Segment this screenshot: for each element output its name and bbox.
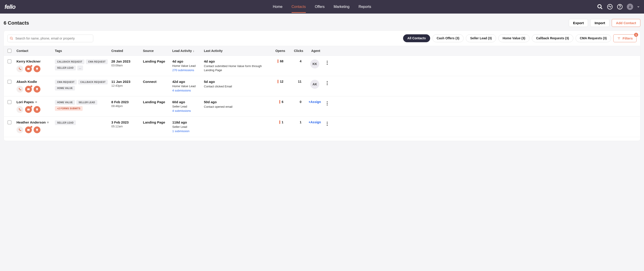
- contact-name[interactable]: Heather Anderson: [16, 120, 53, 124]
- nav-offers[interactable]: Offers: [315, 1, 324, 13]
- col-lead[interactable]: Lead Activity↓: [172, 49, 204, 52]
- lead-link[interactable]: 270 submissions: [172, 68, 202, 72]
- tag-more[interactable]: ...: [77, 66, 83, 70]
- nav-marketing[interactable]: Marketing: [334, 1, 349, 13]
- chip-seller[interactable]: Seller Lead (3): [466, 34, 496, 42]
- svg-point-5: [629, 6, 630, 7]
- col-tags[interactable]: Tags: [55, 49, 111, 52]
- row-checkbox[interactable]: [8, 120, 12, 124]
- pin-icon[interactable]: [34, 86, 40, 92]
- notif-dot: [30, 85, 32, 87]
- col-source[interactable]: Source: [143, 49, 172, 52]
- mail-icon[interactable]: [25, 126, 32, 133]
- lead-type: Home Value Lead: [172, 64, 202, 68]
- created-date: 11 Jan 2023: [111, 80, 141, 84]
- lead-link[interactable]: 4 submissions: [172, 109, 202, 112]
- row-menu-button[interactable]: [324, 80, 331, 86]
- phone-icon[interactable]: [16, 126, 23, 133]
- col-opens[interactable]: Opens: [270, 49, 285, 52]
- table-row: Lori Papes HOME VALUESELLER LEAD+2 FORMS…: [4, 96, 640, 117]
- status-dot: [35, 101, 37, 103]
- contacts-table: Contact Tags Created Source Lead Activit…: [4, 46, 640, 137]
- col-last[interactable]: Last Activity: [204, 49, 270, 52]
- contact-name[interactable]: Kerry Kleckner: [16, 60, 53, 63]
- pin-icon[interactable]: [34, 126, 40, 133]
- import-button[interactable]: Import: [590, 19, 610, 27]
- lead-link[interactable]: 4 submissions: [172, 89, 202, 92]
- col-created[interactable]: Created: [111, 49, 143, 52]
- chip-home[interactable]: Home Value (3): [498, 34, 530, 42]
- created-time: 05:12am: [111, 125, 141, 128]
- tags-wrap: CALLBACK REQUESTCMA REQUESTSELLER LEAD..…: [55, 60, 110, 70]
- filters-label: Filters: [622, 36, 633, 40]
- logo: fello: [4, 4, 15, 10]
- table-row: Heather Anderson SELLER LEAD 3 Feb 2023 …: [4, 117, 640, 137]
- tag: SELLER LEAD: [55, 120, 76, 125]
- filters-button[interactable]: Filters 1: [613, 34, 636, 42]
- assign-link[interactable]: +Assign: [309, 100, 321, 104]
- tag: CMA REQUEST: [86, 60, 108, 64]
- user-avatar[interactable]: [627, 4, 633, 10]
- pin-icon[interactable]: [34, 106, 40, 113]
- opens: 68: [270, 60, 284, 63]
- lead-type: Seller Lead: [172, 105, 202, 108]
- search-input[interactable]: [8, 34, 93, 42]
- add-contact-button[interactable]: Add Contact: [612, 19, 640, 27]
- nav-reports[interactable]: Reports: [358, 1, 371, 13]
- col-agent[interactable]: Agent: [303, 49, 324, 52]
- filter-row: All Contacts Cash Offers (3) Seller Lead…: [4, 34, 640, 46]
- phone-icon[interactable]: [16, 86, 23, 92]
- row-menu-button[interactable]: [324, 60, 331, 66]
- row-menu-button[interactable]: [324, 100, 331, 107]
- mail-icon[interactable]: [25, 66, 32, 72]
- contact-icons: [16, 106, 53, 113]
- contacts-panel: All Contacts Cash Offers (3) Seller Lead…: [4, 30, 640, 141]
- table-row: Kerry Kleckner CALLBACK REQUESTCMA REQUE…: [4, 56, 640, 76]
- opens: 1: [270, 120, 284, 124]
- row-checkbox[interactable]: [8, 100, 12, 104]
- tag: HOME VALUE: [55, 100, 75, 105]
- source: Landing Page: [143, 100, 170, 104]
- search-wrap: [8, 34, 93, 42]
- notif-dot: [30, 106, 32, 108]
- row-checkbox[interactable]: [8, 80, 12, 84]
- contact-name[interactable]: Akash Kodle: [16, 80, 53, 84]
- mail-icon[interactable]: [25, 106, 32, 113]
- tag: SELLER LEAD: [76, 100, 97, 105]
- chevron-down-icon[interactable]: [637, 6, 640, 8]
- phone-icon[interactable]: [16, 66, 23, 72]
- select-all-checkbox[interactable]: [8, 49, 12, 53]
- lead-link[interactable]: 1 submission: [172, 130, 202, 133]
- lead-time: 118d ago: [172, 120, 202, 124]
- contact-name[interactable]: Lori Papes: [16, 100, 53, 104]
- notif-dot: [30, 65, 32, 67]
- export-button[interactable]: Export: [569, 19, 588, 27]
- nav-contacts[interactable]: Contacts: [292, 1, 306, 13]
- phone-icon[interactable]: [16, 106, 23, 113]
- nav-home[interactable]: Home: [273, 1, 282, 13]
- col-contact[interactable]: Contact: [16, 49, 55, 52]
- chip-cash[interactable]: Cash Offers (3): [432, 34, 464, 42]
- last-time: 5d ago: [204, 80, 268, 84]
- chip-cma[interactable]: CMA Requests (3): [576, 34, 611, 42]
- chip-callback[interactable]: Callback Requests (3): [532, 34, 573, 42]
- search-icon[interactable]: [597, 4, 603, 10]
- row-menu-button[interactable]: [324, 120, 331, 127]
- last-time: 50d ago: [204, 100, 268, 104]
- page-header: 6 Contacts Export Import Add Contact: [0, 14, 644, 30]
- chip-all[interactable]: All Contacts: [403, 34, 430, 42]
- pin-icon[interactable]: [34, 66, 40, 72]
- mail-icon[interactable]: [25, 86, 32, 92]
- agent-avatar[interactable]: AK: [310, 80, 319, 89]
- tags-wrap: SELLER LEAD: [55, 120, 110, 125]
- agent-avatar[interactable]: KK: [310, 60, 319, 68]
- activity-icon[interactable]: [607, 4, 613, 10]
- created-time: 09:48pm: [111, 104, 141, 108]
- clicks: 0: [285, 100, 303, 104]
- col-clicks[interactable]: Clicks: [285, 49, 303, 52]
- assign-link[interactable]: +Assign: [309, 120, 321, 124]
- svg-line-1: [601, 8, 602, 9]
- opens: 12: [270, 80, 284, 83]
- help-icon[interactable]: [617, 4, 623, 10]
- row-checkbox[interactable]: [8, 60, 12, 64]
